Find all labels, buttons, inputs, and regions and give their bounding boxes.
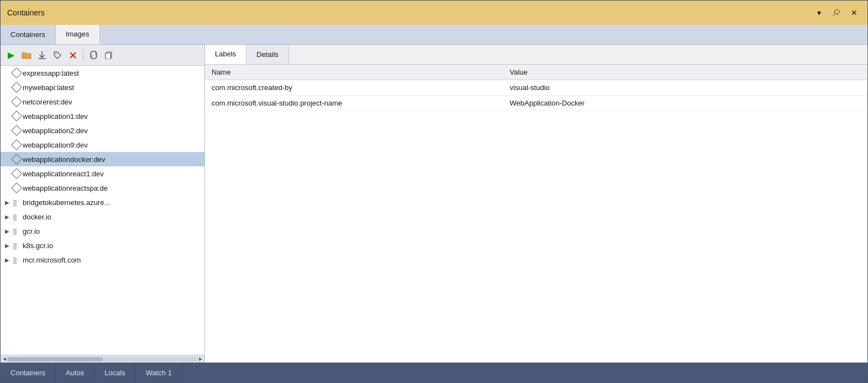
main-content: Containers Images ▶ bbox=[1, 25, 867, 382]
bottom-tab-bar: Containers Autos Locals Watch 1 bbox=[1, 363, 867, 382]
grid-icon bbox=[13, 256, 20, 264]
window-title: Containers bbox=[7, 8, 45, 17]
label-name-cell: com.microsoft.created-by bbox=[205, 80, 503, 96]
tree-item-k8s-gcr-io[interactable]: ▶ k8s.gcr.io bbox=[1, 238, 204, 253]
tab-labels[interactable]: Labels bbox=[205, 45, 246, 64]
pin-button[interactable] bbox=[830, 6, 843, 19]
tree-item-mywebapi[interactable]: mywebapi:latest bbox=[1, 80, 204, 95]
play-button[interactable]: ▶ bbox=[4, 48, 18, 62]
tag-icon bbox=[11, 125, 22, 136]
item-label: webapplicationreact1:dev bbox=[23, 170, 104, 178]
label-name-cell: com.microsoft.visual-studio.project-name bbox=[205, 96, 503, 111]
tag-icon bbox=[11, 82, 22, 93]
table-row[interactable]: com.microsoft.visual-studio.project-name… bbox=[205, 96, 867, 111]
expand-arrow: ▶ bbox=[5, 214, 13, 220]
table-row[interactable]: com.microsoft.created-by visual-studio bbox=[205, 80, 867, 96]
grid-icon bbox=[13, 213, 20, 221]
tree-item-webapplication2[interactable]: webapplication2:dev bbox=[1, 123, 204, 138]
svg-line-0 bbox=[833, 14, 835, 16]
tab-images[interactable]: Images bbox=[56, 25, 100, 44]
toolbar-separator bbox=[83, 50, 83, 61]
tree-item-webapplication1[interactable]: webapplication1:dev bbox=[1, 109, 204, 123]
scroll-left-arrow[interactable]: ◀ bbox=[2, 355, 7, 363]
top-tab-row: Containers Images bbox=[1, 25, 867, 45]
grid-icon bbox=[13, 242, 20, 249]
expand-arrow: ▶ bbox=[5, 200, 13, 206]
folder-button[interactable] bbox=[19, 48, 34, 62]
item-label: mcr.microsoft.com bbox=[23, 256, 81, 264]
tree-item-bridgetokubernetes[interactable]: ▶ bridgetokubernetes.azure... bbox=[1, 195, 204, 209]
copy-button[interactable] bbox=[102, 48, 116, 62]
tab-containers[interactable]: Containers bbox=[1, 25, 56, 44]
dropdown-button[interactable]: ▾ bbox=[812, 6, 825, 19]
item-label: webapplicationreactspa:de bbox=[23, 184, 108, 192]
tree-list[interactable]: expressapp:latest mywebapi:latest netcor… bbox=[1, 66, 204, 355]
tag-icon bbox=[11, 139, 22, 150]
title-bar-controls: ▾ ✕ bbox=[812, 6, 861, 19]
right-tab-row: Labels Details bbox=[205, 45, 867, 65]
bottom-tab-locals[interactable]: Locals bbox=[94, 363, 136, 382]
item-label: webapplication2:dev bbox=[23, 127, 88, 135]
scroll-right-arrow[interactable]: ▶ bbox=[198, 355, 203, 363]
item-label: mywebapi:latest bbox=[23, 83, 74, 92]
main-window: Containers ▾ ✕ Containers Images bbox=[0, 0, 868, 383]
item-label: netcorerest:dev bbox=[23, 98, 72, 106]
item-label: gcr.io bbox=[23, 227, 40, 235]
download-button[interactable] bbox=[35, 48, 49, 62]
column-name-header: Name bbox=[205, 65, 503, 80]
tree-item-expressapp[interactable]: expressapp:latest bbox=[1, 66, 204, 80]
expand-arrow: ▶ bbox=[5, 228, 13, 234]
item-label: docker.io bbox=[23, 213, 51, 221]
svg-point-1 bbox=[55, 53, 56, 54]
item-label: webapplication1:dev bbox=[23, 112, 88, 120]
tab-details[interactable]: Details bbox=[246, 45, 289, 64]
bottom-tab-watch1[interactable]: Watch 1 bbox=[136, 363, 182, 382]
tree-item-docker-io[interactable]: ▶ docker.io bbox=[1, 209, 204, 224]
tag-icon bbox=[11, 168, 22, 179]
item-label: expressapp:latest bbox=[23, 69, 79, 77]
tag-icon bbox=[11, 154, 22, 165]
tag-icon bbox=[11, 67, 22, 78]
tag-icon bbox=[11, 96, 22, 107]
item-label: webapplicationdocker:dev bbox=[23, 155, 106, 164]
labels-data-table: Name Value com.microsoft.created-by visu… bbox=[205, 65, 867, 111]
left-panel: ▶ bbox=[1, 45, 205, 363]
right-panel: Labels Details Name Value bbox=[205, 45, 867, 363]
label-value-cell: visual-studio bbox=[503, 80, 867, 96]
tree-item-webapplicationdocker[interactable]: webapplicationdocker:dev bbox=[1, 152, 204, 166]
tree-item-webapplicationreactspa[interactable]: webapplicationreactspa:de bbox=[1, 181, 204, 195]
expand-arrow: ▶ bbox=[5, 243, 13, 249]
tree-item-gcr-io[interactable]: ▶ gcr.io bbox=[1, 224, 204, 238]
scroll-track[interactable] bbox=[7, 357, 198, 361]
close-button[interactable]: ✕ bbox=[848, 6, 861, 19]
grid-icon bbox=[13, 198, 20, 206]
delete-button[interactable] bbox=[66, 48, 80, 62]
tree-item-mcr-microsoft[interactable]: ▶ mcr.microsoft.com bbox=[1, 253, 204, 267]
bottom-tab-containers[interactable]: Containers bbox=[1, 363, 56, 382]
column-value-header: Value bbox=[503, 65, 867, 80]
toolbar: ▶ bbox=[1, 45, 204, 66]
scroll-thumb[interactable] bbox=[7, 357, 103, 361]
horizontal-scrollbar[interactable]: ◀ ▶ bbox=[1, 355, 204, 363]
item-label: bridgetokubernetes.azure... bbox=[23, 198, 110, 207]
svg-rect-5 bbox=[106, 53, 111, 59]
labels-table: Name Value com.microsoft.created-by visu… bbox=[205, 65, 867, 363]
body-split: ▶ bbox=[1, 45, 867, 363]
refresh-button[interactable] bbox=[86, 48, 101, 62]
tag-icon bbox=[11, 111, 22, 122]
grid-icon bbox=[13, 227, 20, 235]
bottom-tab-autos[interactable]: Autos bbox=[56, 363, 94, 382]
tree-item-webapplication9[interactable]: webapplication9:dev bbox=[1, 138, 204, 152]
tag-button[interactable] bbox=[50, 48, 65, 62]
tree-item-webapplicationreact1[interactable]: webapplicationreact1:dev bbox=[1, 166, 204, 181]
item-label: k8s.gcr.io bbox=[23, 242, 53, 250]
tag-icon bbox=[11, 182, 22, 193]
item-label: webapplication9:dev bbox=[23, 141, 88, 149]
title-bar: Containers ▾ ✕ bbox=[1, 1, 867, 25]
label-value-cell: WebApplication-Docker bbox=[503, 96, 867, 111]
tree-item-netcorerest[interactable]: netcorerest:dev bbox=[1, 95, 204, 109]
expand-arrow: ▶ bbox=[5, 257, 13, 263]
